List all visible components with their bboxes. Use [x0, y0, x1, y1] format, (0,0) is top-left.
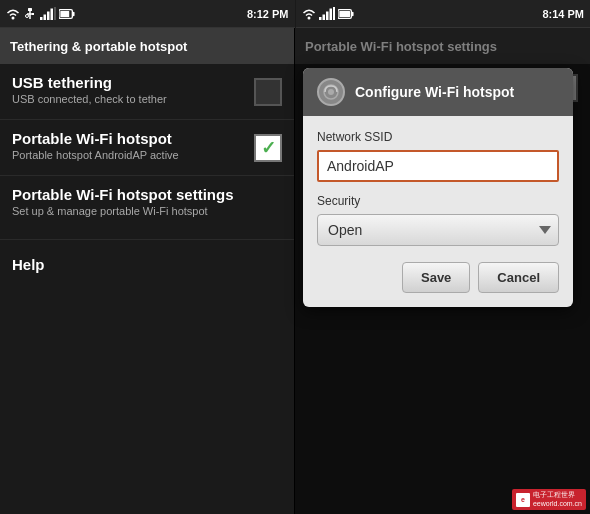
cancel-button[interactable]: Cancel	[478, 262, 559, 293]
security-select[interactable]: Open WPA2 PSK	[317, 214, 559, 246]
help-item[interactable]: Help	[0, 240, 294, 289]
svg-rect-1	[28, 8, 32, 11]
dialog-overlay: Configure Wi-Fi hotspot Network SSID Sec…	[295, 28, 590, 514]
svg-rect-22	[351, 11, 353, 15]
watermark-text: 电子工程世界 eeworld.com.cn	[533, 491, 582, 508]
portable-wifi-checkbox[interactable]: ✓	[254, 134, 282, 162]
battery-icon-right	[338, 7, 354, 21]
dialog-body: Network SSID Security Open WPA2 PSK Save…	[303, 116, 573, 307]
wifi-icon	[6, 7, 20, 21]
dialog-title: Configure Wi-Fi hotspot	[355, 84, 514, 100]
left-screen-header: Tethering & portable hotspot	[0, 28, 294, 64]
svg-rect-8	[44, 14, 47, 20]
usb-icon	[23, 7, 37, 21]
svg-rect-10	[51, 8, 54, 20]
svg-point-0	[12, 16, 15, 19]
svg-rect-16	[319, 17, 322, 20]
svg-rect-23	[339, 10, 350, 16]
portable-wifi-item[interactable]: Portable Wi-Fi hotspot Portable hotspot …	[0, 120, 294, 176]
portable-wifi-settings-title: Portable Wi-Fi hotspot settings	[12, 186, 282, 203]
ssid-label: Network SSID	[317, 130, 559, 144]
svg-rect-17	[322, 14, 325, 20]
portable-wifi-settings-item[interactable]: Portable Wi-Fi hotspot settings Set up &…	[0, 176, 294, 240]
svg-rect-19	[329, 8, 332, 20]
svg-point-25	[328, 89, 334, 95]
usb-tethering-checkbox[interactable]	[254, 78, 282, 106]
dialog-buttons: Save Cancel	[317, 262, 559, 297]
security-label: Security	[317, 194, 559, 208]
status-bars: 8:12 PM 8:14 P	[0, 0, 590, 28]
svg-rect-7	[40, 17, 43, 20]
usb-tethering-item[interactable]: USB tethering USB connected, check to te…	[0, 64, 294, 120]
svg-point-4	[26, 14, 29, 17]
watermark: e 电子工程世界 eeworld.com.cn	[512, 489, 586, 510]
usb-tethering-title: USB tethering	[12, 74, 254, 91]
left-status-bar: 8:12 PM	[0, 0, 295, 28]
ssid-input[interactable]	[317, 150, 559, 182]
screen-left: Tethering & portable hotspot USB tetheri…	[0, 28, 295, 514]
usb-tethering-text: USB tethering USB connected, check to te…	[12, 74, 254, 105]
svg-rect-6	[32, 13, 34, 15]
portable-wifi-subtitle: Portable hotspot AndroidAP active	[12, 149, 254, 161]
watermark-line2: eeworld.com.cn	[533, 500, 582, 508]
signal-icon-left	[40, 7, 56, 21]
hotspot-icon	[322, 83, 340, 101]
svg-rect-14	[60, 10, 69, 16]
left-screen-title: Tethering & portable hotspot	[10, 39, 187, 54]
svg-rect-9	[47, 11, 50, 20]
save-button[interactable]: Save	[402, 262, 470, 293]
checkmark-icon: ✓	[261, 137, 276, 159]
signal-icon-right	[319, 7, 335, 21]
right-status-bar: 8:14 PM	[296, 0, 591, 28]
screen-right: Portable Wi-Fi hotspot settings Portable…	[295, 28, 590, 514]
usb-tethering-subtitle: USB connected, check to tether	[12, 93, 254, 105]
screens: Tethering & portable hotspot USB tetheri…	[0, 28, 590, 514]
svg-rect-11	[54, 7, 56, 20]
portable-wifi-settings-text: Portable Wi-Fi hotspot settings Set up &…	[12, 186, 282, 217]
right-status-icons-left	[302, 7, 354, 21]
svg-rect-20	[333, 7, 335, 20]
help-label: Help	[12, 256, 45, 273]
configure-wifi-dialog: Configure Wi-Fi hotspot Network SSID Sec…	[303, 68, 573, 307]
left-status-time: 8:12 PM	[247, 8, 289, 20]
left-status-icons-left	[6, 7, 75, 21]
security-select-wrapper: Open WPA2 PSK	[317, 214, 559, 246]
portable-wifi-title: Portable Wi-Fi hotspot	[12, 130, 254, 147]
portable-wifi-text: Portable Wi-Fi hotspot Portable hotspot …	[12, 130, 254, 161]
wifi-icon-right	[302, 7, 316, 21]
svg-rect-18	[326, 11, 329, 20]
dialog-header: Configure Wi-Fi hotspot	[303, 68, 573, 116]
portable-wifi-settings-subtitle: Set up & manage portable Wi-Fi hotspot	[12, 205, 282, 217]
watermark-logo: e	[516, 493, 530, 507]
watermark-line1: 电子工程世界	[533, 491, 582, 499]
svg-point-15	[307, 16, 310, 19]
right-status-time: 8:14 PM	[542, 8, 584, 20]
dialog-header-icon	[317, 78, 345, 106]
battery-icon-left	[59, 7, 75, 21]
svg-rect-13	[73, 11, 75, 15]
